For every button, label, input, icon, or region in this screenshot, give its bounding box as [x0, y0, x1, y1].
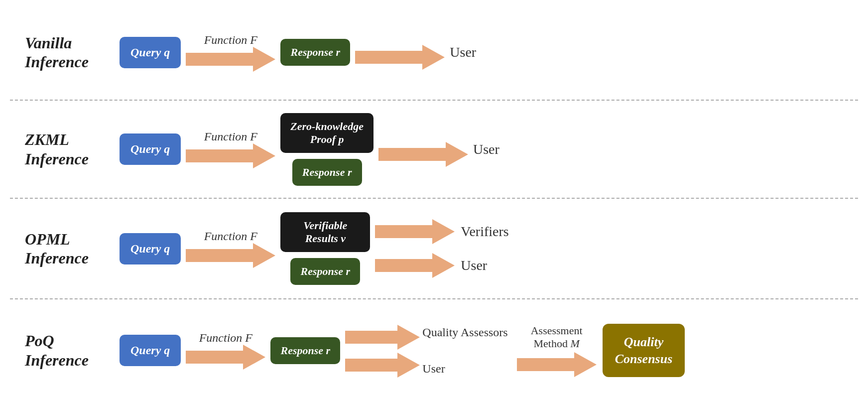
svg-marker-1 [355, 45, 445, 70]
vanilla-user-label: User [450, 44, 476, 60]
vanilla-arrow1-container: Function F [186, 33, 275, 72]
poq-assessment-label: AssessmentMethod M [531, 324, 583, 350]
svg-marker-9 [345, 353, 420, 378]
poq-quality-consensus-box: Quality Consensus [603, 324, 685, 378]
zkml-stacked-boxes: Zero-knowledge Proof p Response r [280, 113, 373, 186]
poq-consensus-section: AssessmentMethod M [517, 324, 597, 377]
diagram: Vanilla Inference Query q Function F Res… [0, 0, 868, 394]
poq-arrow-consensus [517, 352, 597, 377]
poq-arrow1 [186, 345, 265, 370]
opml-label: OPML Inference [25, 230, 120, 268]
row-zkml: ZKML Inference Query q Function F Zero-k… [10, 101, 858, 198]
zkml-arrow2-container [378, 142, 468, 169]
opml-arrow1-container: Function F [186, 230, 275, 268]
poq-assessors-label: Quality Assessors [422, 326, 507, 339]
poq-right-section: Quality Assessors User AssessmentMethod … [345, 321, 685, 381]
row-vanilla: Vanilla Inference Query q Function F Res… [10, 5, 858, 100]
opml-verifier-row: Verifiers [375, 219, 508, 244]
vanilla-label: Vanilla Inference [25, 33, 120, 72]
poq-diverge-arrows [345, 321, 420, 381]
opml-arrow1 [186, 243, 275, 268]
svg-marker-4 [186, 243, 275, 268]
opml-arrow-user [375, 253, 455, 278]
vanilla-response-box: Response r [280, 39, 350, 66]
vanilla-query-box: Query q [120, 37, 181, 68]
svg-marker-6 [375, 253, 455, 278]
zkml-user-label: User [473, 141, 499, 157]
svg-marker-5 [375, 219, 455, 244]
vanilla-arrow2-container [355, 45, 445, 72]
zkml-arrow2 [378, 142, 468, 167]
zkml-label: ZKML Inference [25, 130, 120, 168]
zkml-function-label: Function F [204, 130, 257, 143]
opml-user-label: User [461, 258, 487, 273]
poq-function-label: Function F [199, 331, 252, 345]
poq-query-box: Query q [120, 335, 181, 366]
opml-split-arrows: Verifiers User [375, 219, 508, 278]
poq-label: PoQ Inference [25, 331, 120, 370]
opml-response-box: Response r [290, 258, 360, 285]
poq-user-label: User [422, 362, 507, 376]
svg-marker-2 [186, 143, 275, 168]
zkml-response-box: Response r [292, 159, 362, 186]
svg-marker-0 [186, 47, 275, 72]
poq-arrow1-container: Function F [186, 331, 265, 370]
opml-function-label: Function F [204, 230, 257, 243]
vanilla-arrow2 [355, 45, 445, 70]
opml-arrow-verifier [375, 219, 455, 244]
row-poq: PoQ Inference Query q Function F Respons… [10, 299, 858, 394]
vanilla-arrow1 [186, 47, 275, 72]
zkml-query-box: Query q [120, 133, 181, 165]
poq-split-labels: Quality Assessors User [422, 321, 507, 381]
zkml-proof-box: Zero-knowledge Proof p [280, 113, 373, 153]
opml-stacked-boxes: Verifiable Results v Response r [280, 212, 370, 285]
vanilla-function-label: Function F [204, 33, 257, 47]
svg-marker-10 [517, 352, 597, 377]
svg-marker-7 [186, 345, 265, 370]
opml-verifiable-box: Verifiable Results v [280, 212, 370, 252]
opml-query-box: Query q [120, 233, 181, 264]
svg-marker-3 [378, 142, 468, 167]
zkml-arrow1-container: Function F [186, 130, 275, 168]
opml-verifiers-label: Verifiers [461, 224, 508, 240]
svg-marker-8 [345, 325, 420, 350]
row-opml: OPML Inference Query q Function F Verifi… [10, 199, 858, 298]
zkml-arrow1 [186, 143, 275, 168]
opml-user-row: User [375, 253, 508, 278]
poq-response-box: Response r [270, 337, 340, 364]
